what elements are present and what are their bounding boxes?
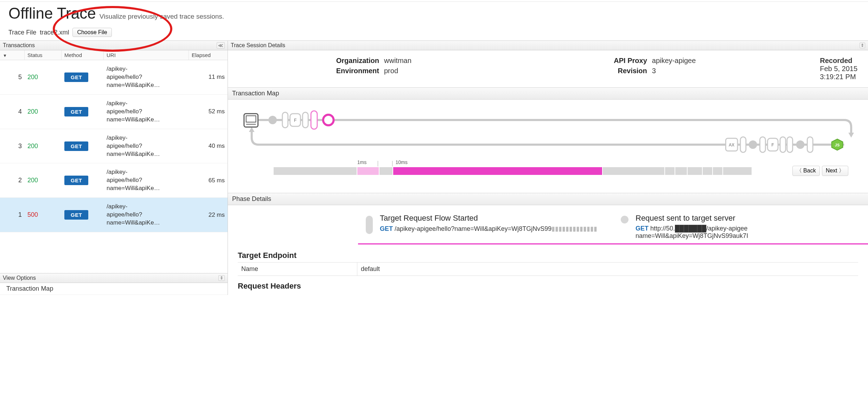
tx-index: 2: [0, 177, 25, 184]
transactions-list: 5200GET/apikey-apigee/hello?name=Will&ap…: [0, 60, 228, 232]
transaction-row[interactable]: 4200GET/apikey-apigee/hello?name=Will&ap…: [0, 95, 228, 129]
phase-details: Target Request Flow Started GET /apikey-…: [228, 205, 868, 245]
svg-point-5: [268, 116, 277, 124]
tx-uri: /apikey-apigee/hello?name=Will&apiKe…: [104, 65, 189, 89]
transaction-map-section-title: Transaction Map: [228, 87, 868, 100]
tx-status: 200: [25, 74, 62, 81]
phase-right-method: GET: [636, 225, 649, 232]
view-options-header: View Options ⇕: [0, 273, 228, 283]
recorded-time: 3:19:21 PM: [820, 73, 857, 81]
dot-icon: [621, 216, 628, 223]
target-endpoint-heading: Target Endpoint: [238, 251, 858, 260]
trace-details-collapse[interactable]: ⇕: [860, 43, 865, 48]
view-options-title: View Options: [3, 275, 36, 281]
col-method[interactable]: Method: [62, 50, 104, 60]
col-elapsed[interactable]: Elapsed: [189, 50, 228, 60]
svg-rect-19: [807, 137, 813, 152]
col-uri[interactable]: URI: [104, 50, 189, 60]
target-endpoint-table: Name default: [238, 262, 858, 276]
transaction-map: F AX F JS: [228, 100, 868, 193]
tx-elapsed: 22 ms: [189, 212, 228, 219]
tx-method: GET: [62, 72, 104, 82]
svg-rect-14: [760, 137, 766, 152]
recorded-block: Recorded Feb 5, 2015 3:19:21 PM: [820, 57, 857, 81]
svg-marker-1: [249, 127, 255, 132]
tx-uri: /apikey-apigee/hello?name=Will&apiKe…: [104, 100, 189, 124]
tx-index: 4: [0, 108, 25, 115]
svg-rect-8: [302, 112, 308, 128]
sort-arrow-icon[interactable]: ▼: [3, 53, 7, 58]
col-status[interactable]: Status: [25, 50, 62, 60]
svg-rect-12: [740, 137, 746, 152]
tx-uri: /apikey-apigee/hello?name=Will&apiKe…: [104, 134, 189, 158]
env-value: prod: [384, 67, 398, 75]
te-val: default: [357, 263, 858, 276]
tx-status: 200: [25, 108, 62, 115]
transaction-row[interactable]: 1500GET/apikey-apigee/hello?name=Will&ap…: [0, 198, 228, 232]
svg-rect-16: [780, 137, 786, 152]
phase-right-line2: name=Will&apiKey=Wj8TGjNvS99auk7I: [636, 232, 748, 240]
svg-rect-6: [282, 112, 288, 128]
flow-diagram[interactable]: F AX F JS: [238, 106, 858, 166]
phase-title-left: Target Request Flow Started: [380, 214, 597, 223]
trace-file-name: trace2.xml: [40, 29, 69, 36]
tx-uri: /apikey-apigee/hello?name=Will&apiKe…: [104, 168, 189, 192]
tx-method: GET: [62, 176, 104, 185]
svg-point-13: [749, 140, 757, 149]
view-options-toggle[interactable]: ⇕: [218, 275, 225, 281]
timeline-bar[interactable]: 1ms 10ms: [274, 167, 752, 175]
svg-point-10: [323, 115, 334, 125]
tx-uri: /apikey-apigee/hello?name=Will&apiKe…: [104, 203, 189, 227]
session-info-block: Organizationwwitman Environmentprod API …: [228, 50, 868, 87]
next-button[interactable]: Next 〉: [822, 166, 848, 176]
transactions-panel-title: Transactions: [3, 42, 35, 49]
rev-label: Revision: [594, 67, 647, 75]
tx-elapsed: 40 ms: [189, 143, 228, 150]
transaction-row[interactable]: 3200GET/apikey-apigee/hello?name=Will&ap…: [0, 129, 228, 164]
choose-file-button[interactable]: Choose File: [72, 28, 111, 37]
svg-rect-3: [246, 116, 256, 122]
transactions-panel-header: Transactions ≪: [0, 41, 228, 50]
tx-method: GET: [62, 141, 104, 151]
phase-details-section-title: Phase Details: [228, 193, 868, 205]
proxy-label: API Proxy: [594, 57, 647, 65]
flow-badge-f2: F: [772, 143, 774, 147]
tx-index: 5: [0, 74, 25, 81]
te-key: Name: [238, 263, 357, 276]
phase-title-right: Request sent to target server: [636, 214, 748, 223]
timeline-label-10ms: 10ms: [395, 159, 407, 165]
flow-badge-f: F: [294, 118, 296, 123]
flow-badge-ax: AX: [729, 143, 734, 147]
org-value: wwitman: [384, 57, 411, 65]
phase-card-request-sent[interactable]: Request sent to target server GET http:/…: [613, 209, 868, 245]
tx-elapsed: 65 ms: [189, 177, 228, 184]
svg-rect-9: [311, 111, 317, 129]
pill-icon: [366, 216, 373, 234]
tx-index: 1: [0, 211, 25, 219]
recorded-date: Feb 5, 2015: [820, 65, 857, 73]
tx-status: 200: [25, 177, 62, 184]
trace-file-row: Trace File trace2.xml Choose File: [0, 26, 868, 40]
page-header: Offline Trace Visualize previously saved…: [0, 2, 868, 26]
page-title: Offline Trace: [8, 5, 96, 22]
phase-left-path: /apikey-apigee/hello?name=Will&apiKey=Wj…: [395, 225, 551, 232]
org-label: Organization: [326, 57, 379, 65]
transaction-row[interactable]: 2200GET/apikey-apigee/hello?name=Will&ap…: [0, 163, 228, 198]
view-option-transaction-map[interactable]: Transaction Map: [0, 283, 228, 295]
back-button[interactable]: 〈 Back: [792, 166, 820, 176]
page-subtitle: Visualize previously saved trace session…: [100, 13, 224, 20]
tx-index: 3: [0, 143, 25, 150]
env-label: Environment: [326, 67, 379, 75]
transactions-column-header: ▼ Status Method URI Elapsed: [0, 50, 228, 60]
trace-details-title: Trace Session Details: [231, 42, 285, 49]
phase-card-target-request[interactable]: Target Request Flow Started GET /apikey-…: [358, 209, 613, 245]
trace-details-header: Trace Session Details ⇕: [228, 41, 868, 50]
tx-elapsed: 11 ms: [189, 74, 228, 81]
tx-method: GET: [62, 210, 104, 220]
transactions-collapse-button[interactable]: ≪: [217, 42, 225, 49]
svg-rect-17: [787, 137, 793, 152]
phase-left-method: GET: [380, 225, 393, 232]
transaction-row[interactable]: 5200GET/apikey-apigee/hello?name=Will&ap…: [0, 60, 228, 95]
recorded-label: Recorded: [820, 57, 857, 65]
proxy-value: apikey-apigee: [652, 57, 696, 65]
